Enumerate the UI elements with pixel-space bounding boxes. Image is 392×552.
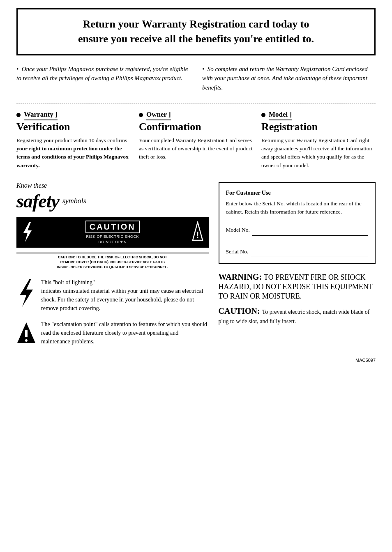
svg-rect-6 (25, 330, 28, 337)
exclamation-triangle-icon (16, 322, 36, 346)
lightning-left-icon (18, 218, 37, 246)
customer-use-body: Enter below the Serial No. which is loca… (226, 200, 369, 216)
caution-bottom-section: CAUTION: To prevent electric shock, matc… (219, 306, 376, 325)
exclamation-right-icon: ! (188, 218, 208, 246)
three-columns-section: Warranty ] Verification Registering your… (16, 104, 376, 170)
bullet-1: • (16, 66, 20, 72)
warranty-col: Warranty ] Verification Registering your… (16, 110, 131, 170)
warranty-tab: Warranty ] (24, 110, 58, 120)
bullet-2: • (202, 66, 206, 72)
customer-use-box: For Customer Use Enter below the Serial … (219, 182, 376, 264)
bottom-section: Know these safety symbols CAUTION RISK O… (16, 182, 376, 350)
svg-point-5 (25, 339, 28, 342)
svg-marker-0 (23, 222, 32, 242)
intro-col-2: • So complete and return the Warranty Re… (202, 64, 376, 92)
warning-section: WARNING: TO PREVENT FIRE OR SHOCK HAZARD… (219, 272, 376, 301)
warning-title: WARNING: TO PREVENT FIRE OR SHOCK HAZARD… (219, 272, 376, 301)
caution-footer-text: CAUTION: TO REDUCE THE RISK OF ELECTRIC … (16, 253, 209, 271)
header-title: Return your Warranty Registration card t… (28, 17, 364, 47)
caution-word: CAUTION (85, 221, 140, 233)
excl-text: The "exclamation point" calls attention … (41, 320, 209, 346)
bolt-lightning-icon (16, 278, 36, 309)
warranty-title: Verification (16, 121, 131, 133)
customer-use-title: For Customer Use (226, 189, 369, 197)
owner-body: Your completed Warranty Registration Car… (139, 136, 253, 161)
safety-big-text: safety (16, 190, 59, 212)
bolt-text: This "bolt of lightning" indicates unins… (41, 278, 209, 313)
warranty-body: Registering your product within 10 days … (16, 136, 131, 170)
model-body: Returning your Warranty Registration Car… (261, 136, 376, 170)
svg-marker-3 (20, 279, 33, 307)
header-box: Return your Warranty Registration card t… (16, 8, 376, 55)
model-bullet (261, 113, 265, 117)
know-these-label: Know these (16, 182, 209, 189)
footer-code: MAC5097 (16, 358, 376, 363)
safety-symbols-label: symbols (62, 197, 86, 205)
caution-sub1: RISK OF ELECTRIC SHOCK (86, 235, 139, 239)
intro-section: • Once your Philips Magnavox purchase is… (16, 64, 376, 92)
intro-col-1: • Once your Philips Magnavox purchase is… (16, 64, 190, 92)
model-no-line (252, 235, 368, 236)
owner-title: Confirmation (139, 121, 253, 133)
caution-center: CAUTION RISK OF ELECTRIC SHOCK DO NOT OP… (37, 218, 188, 246)
exclamation-section: The "exclamation point" calls attention … (16, 320, 209, 346)
warranty-bullet (16, 113, 21, 117)
model-no-label: Model No. (226, 226, 250, 236)
right-section: For Customer Use Enter below the Serial … (219, 182, 376, 350)
model-col: Model ] Registration Returning your Warr… (261, 110, 376, 170)
model-tab: Model ] (269, 110, 292, 120)
owner-bullet (139, 113, 143, 117)
svg-text:!: ! (196, 230, 199, 240)
owner-tab: Owner ] (146, 110, 171, 120)
serial-no-row: Serial No. (226, 248, 369, 258)
caution-sub2: DO NOT OPEN (99, 240, 127, 244)
serial-no-line (251, 257, 368, 257)
caution-box: CAUTION RISK OF ELECTRIC SHOCK DO NOT OP… (16, 217, 209, 248)
model-title: Registration (261, 121, 376, 133)
serial-no-label: Serial No. (226, 248, 249, 258)
caution-box-wrapper: CAUTION RISK OF ELECTRIC SHOCK DO NOT OP… (16, 217, 209, 271)
safety-section: Know these safety symbols CAUTION RISK O… (16, 182, 209, 350)
bolt-section: This "bolt of lightning" indicates unins… (16, 278, 209, 313)
caution-bottom-title: CAUTION: To prevent electric shock, matc… (219, 306, 376, 325)
model-no-row: Model No. (226, 226, 369, 236)
owner-col: Owner ] Confirmation Your completed Warr… (139, 110, 253, 170)
